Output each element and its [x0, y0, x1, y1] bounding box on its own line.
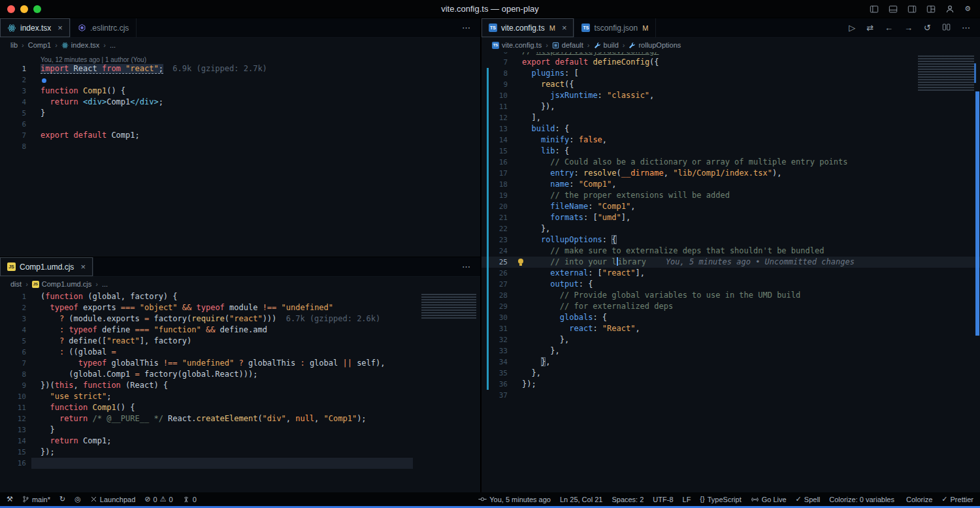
code-line[interactable]: 34 },: [482, 357, 980, 368]
breadcrumb-item[interactable]: dist: [10, 280, 22, 288]
code-line[interactable]: 11 function Comp1() {: [0, 402, 480, 413]
line-number[interactable]: 3: [0, 86, 31, 97]
code-line[interactable]: 17 entry: resolve(__dirname, "lib/Comp1/…: [482, 168, 980, 179]
code-line[interactable]: 14 minify: false,: [482, 135, 980, 146]
tab-eslintrc-cjs[interactable]: .eslintrc.cjs: [71, 18, 137, 37]
back-icon[interactable]: ←: [885, 23, 893, 33]
breadcrumb-item[interactable]: Comp1: [28, 41, 51, 49]
code-line[interactable]: 1(function (global, factory) {: [0, 291, 480, 302]
line-number[interactable]: 29: [482, 301, 513, 312]
go-live-item[interactable]: Go Live: [751, 496, 787, 503]
code-line[interactable]: 37: [482, 390, 980, 401]
code-line[interactable]: 27 output: {: [482, 279, 980, 290]
code-editor-index-tsx[interactable]: You, 12 minutes ago | 1 author (You)1imp…: [0, 52, 480, 257]
line-number[interactable]: 11: [0, 402, 31, 413]
code-line[interactable]: 9})(this, function (React) {: [0, 380, 480, 391]
code-line[interactable]: 9 react({: [482, 79, 980, 90]
code-line[interactable]: 1import React from "react"; 6.9k (gzippe…: [0, 63, 480, 74]
code-line[interactable]: 12 return /* @__PURE__ */ React.createEl…: [0, 413, 480, 424]
line-number[interactable]: 27: [482, 279, 513, 290]
code-line[interactable]: 36});: [482, 379, 980, 390]
line-number[interactable]: 26: [482, 268, 513, 279]
code-line[interactable]: 16: [0, 458, 480, 469]
more-actions-icon[interactable]: ⋯: [962, 23, 970, 33]
line-number[interactable]: 10: [0, 391, 31, 402]
line-number[interactable]: 17: [482, 168, 513, 179]
code-line[interactable]: 32 },: [482, 334, 980, 345]
code-line[interactable]: 25 // into your libraryYou, 5 minutes ag…: [482, 257, 980, 268]
code-line[interactable]: 16 // Could also be a dictionary or arra…: [482, 157, 980, 168]
screencast-icon[interactable]: ◎: [74, 496, 81, 503]
line-number[interactable]: 35: [482, 368, 513, 379]
line-number[interactable]: 15: [0, 447, 31, 458]
indentation-item[interactable]: Spaces: 2: [612, 496, 644, 503]
code-line[interactable]: 33 },: [482, 345, 980, 357]
line-number[interactable]: 16: [482, 157, 513, 168]
timeline-icon[interactable]: ↺: [924, 23, 931, 33]
toggle-secondary-sidebar-icon[interactable]: [907, 5, 917, 14]
lightbulb-icon[interactable]: [518, 259, 523, 264]
line-number[interactable]: 1: [0, 63, 31, 74]
language-mode-item[interactable]: {} TypeScript: [700, 496, 741, 503]
code-line[interactable]: 13 }: [0, 424, 480, 436]
scrollbar[interactable]: [975, 91, 979, 336]
code-line[interactable]: 30 globals: {: [482, 312, 980, 323]
line-number[interactable]: 5: [0, 336, 31, 347]
forward-icon[interactable]: →: [904, 23, 913, 33]
code-line[interactable]: 6 : ((global =: [0, 347, 480, 358]
open-changes-icon[interactable]: ⇄: [866, 23, 874, 33]
line-number[interactable]: 14: [482, 135, 513, 146]
code-line[interactable]: 15});: [0, 447, 480, 458]
remote-tools-icon[interactable]: ⚒: [7, 496, 13, 503]
line-number[interactable]: 6: [482, 52, 513, 57]
code-line[interactable]: 5}: [0, 108, 480, 119]
problems-item[interactable]: ⊘ 0 ⚠ 0: [144, 496, 172, 503]
line-number[interactable]: 28: [482, 290, 513, 301]
more-actions-icon[interactable]: ⋯: [462, 23, 470, 33]
toggle-primary-sidebar-icon[interactable]: [870, 5, 879, 14]
line-number[interactable]: 37: [482, 390, 513, 401]
line-number[interactable]: 19: [482, 190, 513, 201]
code-line[interactable]: 15 lib: {: [482, 146, 980, 157]
breadcrumb-item[interactable]: rollupOptions: [629, 41, 681, 49]
line-number[interactable]: 7: [0, 130, 31, 141]
line-number[interactable]: 24: [482, 246, 513, 257]
line-number[interactable]: 8: [0, 141, 31, 152]
breadcrumb-item[interactable]: JS Comp1.umd.cjs: [32, 280, 91, 288]
line-number[interactable]: 25: [482, 257, 513, 268]
code-line[interactable]: 11 }),: [482, 101, 980, 112]
line-number[interactable]: 1: [0, 291, 31, 302]
line-number[interactable]: 23: [482, 234, 513, 246]
breadcrumb-item[interactable]: default: [552, 41, 583, 49]
sync-icon[interactable]: ↻: [59, 496, 65, 503]
code-line[interactable]: 6: [0, 119, 480, 130]
colorize-item[interactable]: Colorize: [904, 496, 932, 503]
close-window-button[interactable]: [7, 5, 15, 13]
line-number[interactable]: 7: [482, 57, 513, 68]
line-number[interactable]: 2: [0, 302, 31, 313]
line-number[interactable]: 5: [0, 108, 31, 119]
line-number[interactable]: 9: [0, 380, 31, 391]
breadcrumb-item[interactable]: lib: [10, 41, 18, 49]
cursor-position-item[interactable]: Ln 25, Col 21: [560, 496, 602, 503]
line-number[interactable]: 13: [0, 424, 31, 436]
code-line[interactable]: 4 : typeof define === "function" && defi…: [0, 325, 480, 336]
line-number[interactable]: 12: [482, 112, 513, 123]
code-line[interactable]: 8: [0, 141, 480, 152]
toggle-panel-icon[interactable]: [889, 5, 898, 14]
line-number[interactable]: 9: [482, 79, 513, 90]
line-number[interactable]: 4: [0, 325, 31, 336]
line-number[interactable]: 16: [0, 458, 31, 469]
spell-item[interactable]: ✓ Spell: [796, 496, 821, 503]
line-number[interactable]: 6: [0, 347, 31, 358]
code-line[interactable]: 8 (global.Comp1 = factory(global.React))…: [0, 369, 480, 380]
git-branch-item[interactable]: main*: [22, 495, 50, 503]
split-editor-icon[interactable]: [942, 23, 951, 33]
line-number[interactable]: 31: [482, 323, 513, 334]
breadcrumb-item[interactable]: index.tsx: [61, 41, 99, 49]
line-number[interactable]: 32: [482, 334, 513, 345]
code-line[interactable]: 23 rollupOptions: {: [482, 234, 980, 246]
code-editor-vite-config-ts[interactable]: 6// https://vitejs.dev/config/7export de…: [482, 52, 980, 492]
tab-tsconfig-json[interactable]: TS tsconfig.json M: [574, 18, 656, 37]
line-number[interactable]: 15: [482, 146, 513, 157]
